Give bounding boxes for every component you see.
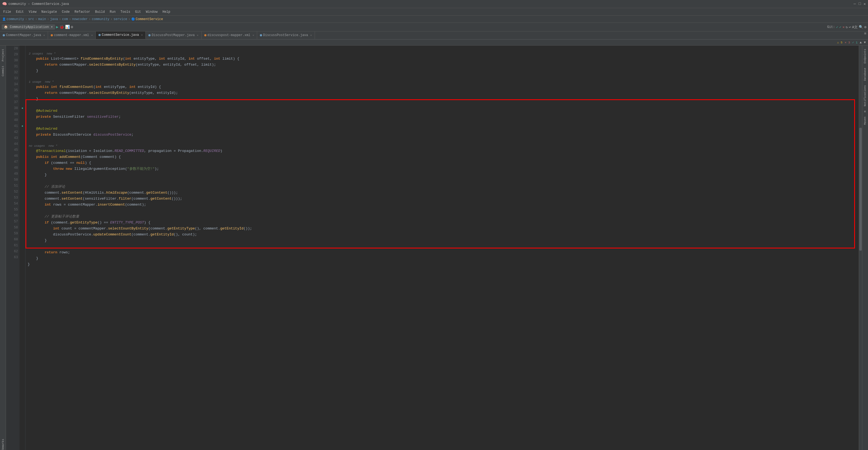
menu-tools[interactable]: Tools — [118, 9, 132, 14]
menu-run[interactable]: Run — [107, 9, 118, 14]
maven-panel-tab[interactable]: Maven — [863, 115, 868, 127]
toolbar-run-button[interactable]: ▶ — [56, 25, 58, 29]
code-line-61: } — [28, 256, 857, 262]
menu-navigate[interactable]: Navigate — [39, 9, 59, 14]
info-badge: ✓ 1 — [852, 41, 858, 44]
code-line-41: private DiscussPostService discussPostSe… — [28, 132, 857, 138]
code-line-45: if (comment == null) { — [28, 160, 857, 166]
title-bar-left: 🧠 community - CommentService.java — [2, 2, 69, 6]
bookmarks-panel-tab[interactable]: Bookmarks — [1, 438, 5, 450]
scrollbar-thumb[interactable] — [859, 128, 862, 251]
menu-edit[interactable]: Edit — [14, 9, 26, 14]
tab-comment-mapper-xml[interactable]: comment-mapper.xml ✕ — [48, 31, 96, 39]
close-button[interactable]: ✕ — [864, 2, 866, 6]
code-line-36 — [28, 102, 857, 108]
tab-discusspost-mapper-xml[interactable]: discusspost-mapper.xml ✕ — [202, 31, 257, 39]
code-line-42 — [28, 138, 857, 144]
tab-commentmapper-label: CommentMapper.java — [6, 33, 41, 37]
tab-commentmapper-close[interactable]: ✕ — [43, 34, 45, 37]
tab-discusspostmapper[interactable]: DiscussPostMapper.java ✕ — [146, 31, 201, 39]
toolbar-git-check[interactable]: ✓ — [836, 25, 838, 29]
tab-discusspostservice[interactable]: DiscussPostService.java ✕ — [257, 31, 315, 39]
tab-discusspostservice-close[interactable]: ✕ — [310, 34, 312, 37]
breadcrumb-icon: 🔵 — [131, 18, 135, 21]
code-line-46: throw new IllegalArgumentException("参数不能… — [28, 166, 857, 172]
menu-build[interactable]: Build — [93, 9, 107, 14]
toolbar-translate[interactable]: A文 — [852, 25, 858, 30]
menu-refactor[interactable]: Refactor — [72, 9, 93, 14]
code-line-29: public List<Comment> findCommentsByEntit… — [28, 56, 857, 62]
tab-commentservice-close[interactable]: ✕ — [141, 33, 143, 37]
tab-commentmapper[interactable]: CommentMapper.java ✕ — [0, 31, 48, 39]
menu-code[interactable]: Code — [60, 9, 72, 14]
tab-discusspost-mapper-xml-dot — [204, 34, 207, 36]
breadcrumb-nowcoder[interactable]: nowcoder — [72, 18, 88, 21]
menu-file[interactable]: File — [1, 9, 13, 14]
warnings-badge: ⚠ 5 — [837, 41, 842, 44]
toolbar-run-config[interactable]: 🏠 CommunityApplication ▾ — [2, 24, 55, 30]
tab-comment-mapper-xml-close[interactable]: ✕ — [91, 34, 93, 37]
code-line-40: @Autowired — [28, 126, 857, 132]
breadcrumb-main[interactable]: main — [38, 18, 46, 21]
breadcrumb-bar: 👤 community › src › main › java › com › … — [0, 16, 868, 23]
tab-commentmapper-dot — [3, 34, 5, 36]
endpoints-panel-tab[interactable]: Endpoints — [863, 47, 868, 66]
errors-badge: ✕ 3 — [845, 41, 850, 44]
database-panel-tab[interactable]: Database — [863, 66, 868, 83]
vertical-scrollbar[interactable] — [859, 46, 862, 450]
minimize-button[interactable]: — — [854, 2, 856, 6]
code-area[interactable]: 28 29 30 31 32 33 34 35 36 37 38 39 40 4… — [6, 46, 862, 450]
breadcrumb-community2[interactable]: community — [92, 18, 109, 21]
code-line-30: return commentMapper.selectCommentsByEnt… — [28, 62, 857, 68]
toolbar-debug-button[interactable]: 🐞 — [59, 25, 64, 29]
menu-window[interactable]: Window — [144, 9, 160, 14]
breadcrumb-community[interactable]: community — [6, 18, 24, 21]
breadcrumb-java[interactable]: java — [50, 18, 58, 21]
code-line-50: comment.setContent(HtmlUtils.htmlEscape(… — [28, 190, 857, 196]
toolbar-search[interactable]: 🔍 — [859, 25, 863, 29]
project-panel-tab[interactable]: Project — [1, 48, 5, 62]
breadcrumb-service[interactable]: service — [114, 18, 127, 21]
gutter: ● ● — [20, 46, 26, 450]
commit-panel-tab[interactable]: Commit — [1, 65, 5, 78]
toolbar-git-refresh[interactable]: ↻ — [846, 25, 848, 29]
code-line-39 — [28, 120, 857, 126]
code-editor[interactable]: 28 29 30 31 32 33 34 35 36 37 38 39 40 4… — [6, 46, 862, 450]
title-bar-title: community - CommentService.java — [8, 2, 69, 6]
code-line-48 — [28, 178, 857, 184]
code-line-33: public int findCommentCount(int entityTy… — [28, 84, 857, 90]
code-content[interactable]: 2 usages new * public List<Comment> find… — [26, 46, 859, 450]
tab-bar: CommentMapper.java ✕ comment-mapper.xml … — [0, 31, 868, 39]
tab-discusspost-mapper-xml-label: discusspost-mapper.xml — [208, 33, 250, 37]
project-icon: 👤 — [2, 18, 6, 21]
code-line-53 — [28, 208, 857, 214]
maximize-button[interactable]: □ — [859, 2, 861, 6]
nav-down-button[interactable]: ▼ — [864, 41, 866, 44]
menu-view[interactable]: View — [27, 9, 39, 14]
toolbar-git-undo[interactable]: ↩ — [849, 25, 851, 29]
code-line-51: comment.setContent(sensitiveFilter.filte… — [28, 196, 857, 202]
tab-discusspost-mapper-xml-close[interactable]: ✕ — [252, 34, 254, 37]
menu-help[interactable]: Help — [160, 9, 173, 14]
toolbar-git-label: Git: — [827, 25, 835, 29]
tab-discusspostmapper-label: DiscussPostMapper.java — [152, 33, 194, 37]
toolbar-git-x[interactable]: ✕ — [842, 25, 845, 29]
code-line-52: int rows = commentMapper.insertComment(c… — [28, 202, 857, 208]
tab-commentservice[interactable]: CommentService.java ✕ — [96, 31, 146, 39]
left-panel: Project Commit Bookmarks — [0, 46, 6, 450]
toolbar-settings[interactable]: ⚙ — [864, 25, 866, 29]
code-line-31: } — [28, 68, 857, 74]
toolbar-coverage-button[interactable]: 📊 — [65, 25, 70, 29]
m-panel-tab[interactable]: m — [863, 109, 868, 115]
notifications-panel-tab[interactable]: Notifications — [863, 83, 868, 109]
menu-git[interactable]: Git — [133, 9, 143, 14]
right-panel: Endpoints Database Notifications m Maven — [862, 46, 868, 450]
warnings-bar: ⚠ 5 ✕ 3 ✓ 1 ▲ ▼ — [0, 39, 868, 46]
breadcrumb-com[interactable]: com — [62, 18, 68, 21]
toolbar-git-check2[interactable]: ✓ — [839, 25, 841, 29]
tab-discusspostmapper-close[interactable]: ✕ — [197, 34, 198, 37]
breadcrumb-src[interactable]: src — [28, 18, 34, 21]
nav-up-button[interactable]: ▲ — [860, 41, 862, 44]
tab-bar-more[interactable]: ≡ — [863, 31, 868, 39]
toolbar-more-button[interactable]: ⚙ — [71, 25, 73, 29]
